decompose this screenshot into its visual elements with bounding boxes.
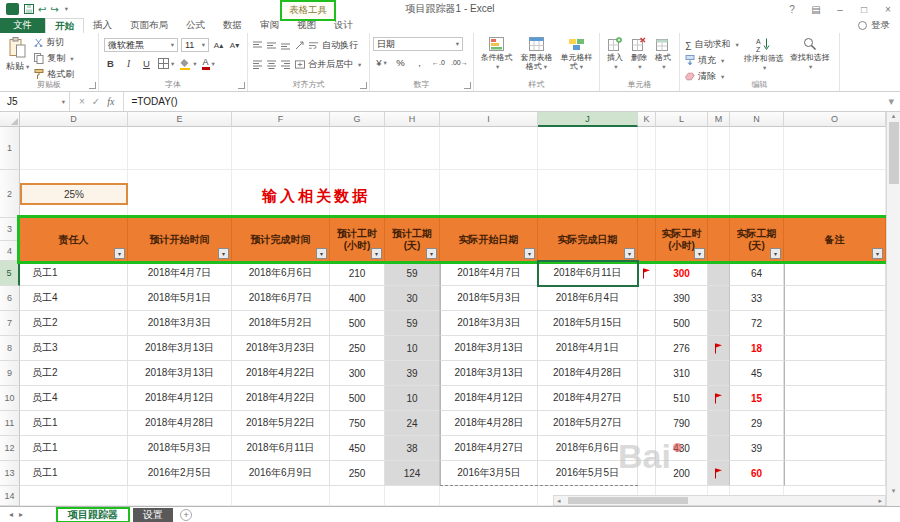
merge-center-button[interactable]: 合并后居中▾ — [295, 58, 361, 71]
table-header-cell[interactable]: 实际工期 (天)▾ — [730, 218, 784, 261]
row-header-9[interactable]: 9 — [0, 361, 20, 386]
cell-act_start[interactable]: 2018年4月7日 — [440, 261, 538, 286]
formula-input[interactable]: =TODAY() — [124, 92, 882, 111]
save-icon[interactable] — [24, 4, 34, 14]
empty-cell[interactable] — [656, 170, 708, 218]
cell-plan_end[interactable]: 2018年4月22日 — [232, 361, 330, 386]
font-family-select[interactable]: 微软雅黑▾ — [104, 38, 178, 52]
cell-plan_days[interactable]: 10 — [385, 336, 440, 361]
column-header-J[interactable]: J — [538, 112, 638, 127]
cell-note[interactable] — [784, 261, 886, 286]
cell-flag_m[interactable] — [708, 411, 730, 436]
empty-cell[interactable] — [385, 170, 440, 218]
empty-cell[interactable] — [708, 127, 730, 170]
filter-dropdown-button[interactable]: ▾ — [426, 248, 437, 259]
percent-button[interactable]: % — [394, 56, 407, 69]
cell-flag_m[interactable] — [708, 386, 730, 411]
cell-flag_m[interactable] — [708, 261, 730, 286]
bold-button[interactable]: B — [104, 57, 117, 70]
empty-cell[interactable] — [538, 170, 638, 218]
cell-act_end[interactable]: 2018年4月1日 — [538, 336, 638, 361]
filter-dropdown-button[interactable]: ▾ — [114, 248, 125, 259]
cell-act_end[interactable]: 2018年5月27日 — [538, 411, 638, 436]
empty-cell[interactable] — [128, 170, 232, 218]
cell-plan_days[interactable]: 39 — [385, 361, 440, 386]
cell-act_end[interactable]: 2018年6月11日 — [538, 261, 638, 286]
filter-dropdown-button[interactable]: ▾ — [694, 248, 705, 259]
column-header-G[interactable]: G — [330, 112, 385, 127]
copy-button[interactable]: 复制▾ — [32, 51, 76, 66]
cell-act_hours[interactable]: 500 — [656, 311, 708, 336]
scroll-right-icon[interactable]: ▸ — [875, 497, 885, 505]
cell-flag_k[interactable] — [638, 311, 656, 336]
cell-act_end[interactable]: 2018年4月28日 — [538, 361, 638, 386]
empty-cell[interactable] — [128, 486, 232, 506]
cell-plan_days[interactable]: 59 — [385, 311, 440, 336]
column-header-O[interactable]: O — [784, 112, 886, 127]
empty-cell[interactable] — [730, 170, 784, 218]
empty-cell[interactable] — [385, 127, 440, 170]
shrink-font-button[interactable]: A▾ — [228, 39, 241, 52]
row-header-8[interactable]: 8 — [0, 336, 20, 361]
cell-act_hours[interactable]: 276 — [656, 336, 708, 361]
sheet-tab-settings[interactable]: 设置 — [133, 508, 173, 522]
sheet-tab-project-tracker[interactable]: 项目跟踪器 — [58, 509, 128, 521]
cell-plan_end[interactable]: 2018年4月22日 — [232, 386, 330, 411]
row-header-6[interactable]: 6 — [0, 286, 20, 311]
fill-button[interactable]: 填充▾ — [683, 53, 741, 68]
sort-filter-button[interactable]: AZ 排序和筛选▾ — [741, 35, 787, 74]
format-cells-button[interactable]: 格式▾ — [651, 35, 675, 73]
cell-plan_start[interactable]: 2016年2月5日 — [128, 461, 232, 486]
borders-button[interactable]: ▾ — [158, 57, 174, 70]
cell-plan_days[interactable]: 38 — [385, 436, 440, 461]
cell-owner[interactable]: 员工4 — [20, 386, 128, 411]
fill-color-button[interactable]: ▾ — [179, 57, 196, 70]
cell-plan_hours[interactable]: 400 — [330, 286, 385, 311]
maximize-button[interactable]: □ — [852, 0, 876, 18]
cell-plan_hours[interactable]: 500 — [330, 386, 385, 411]
new-sheet-button[interactable]: + — [180, 509, 192, 521]
cell-act_end[interactable]: 2018年5月15日 — [538, 311, 638, 336]
row-header-5[interactable]: 5 — [0, 261, 20, 286]
cell-act_start[interactable]: 2018年5月3日 — [440, 286, 538, 311]
cell-plan_start[interactable]: 2018年3月3日 — [128, 311, 232, 336]
insert-function-icon[interactable]: fx — [107, 96, 114, 107]
cell-act_hours[interactable]: 300 — [656, 261, 708, 286]
align-top-icon[interactable] — [253, 41, 263, 50]
table-header-cell[interactable]: 实际开始日期▾ — [440, 218, 538, 261]
table-header-cell[interactable]: 实际工时 (小时)▾ — [656, 218, 708, 261]
cell-plan_hours[interactable]: 250 — [330, 336, 385, 361]
cell-flag_k[interactable] — [638, 336, 656, 361]
cell-act_days[interactable]: 60 — [730, 461, 784, 486]
row-header-11[interactable]: 11 — [0, 411, 20, 436]
filter-dropdown-button[interactable]: ▾ — [624, 248, 635, 259]
empty-cell[interactable] — [708, 170, 730, 218]
horizontal-scroll-thumb[interactable] — [568, 497, 688, 504]
filter-dropdown-button[interactable]: ▾ — [872, 248, 883, 259]
formula-bar-expand-icon[interactable]: ▾ — [882, 92, 900, 111]
insert-cells-button[interactable]: 插入▾ — [603, 35, 627, 73]
cell-owner[interactable]: 员工1 — [20, 411, 128, 436]
cell-plan_end[interactable]: 2018年6月11日 — [232, 436, 330, 461]
underline-button[interactable]: U — [140, 57, 153, 70]
empty-cell[interactable] — [440, 486, 538, 506]
help-button[interactable]: ? — [780, 0, 804, 18]
cut-button[interactable]: 剪切 — [32, 35, 76, 50]
cell-plan_start[interactable]: 2018年3月13日 — [128, 336, 232, 361]
cell-plan_hours[interactable]: 750 — [330, 411, 385, 436]
column-header-F[interactable]: F — [232, 112, 330, 127]
cell-plan_days[interactable]: 59 — [385, 261, 440, 286]
cell-act_hours[interactable]: 390 — [656, 286, 708, 311]
filter-dropdown-button[interactable]: ▾ — [371, 248, 382, 259]
format-as-table-button[interactable]: 套用表格格式▾ — [516, 35, 557, 73]
table-header-cell[interactable]: 实际完成日期▾ — [538, 218, 638, 261]
table-header-cell[interactable]: 预计工期 (天)▾ — [385, 218, 440, 261]
table-header-cell[interactable] — [638, 218, 656, 261]
cell-owner[interactable]: 员工2 — [20, 361, 128, 386]
cell-plan_hours[interactable]: 210 — [330, 261, 385, 286]
cell-note[interactable] — [784, 286, 886, 311]
cell-flag_m[interactable] — [708, 361, 730, 386]
wrap-text-button[interactable]: 自动换行 — [309, 39, 358, 52]
paste-button[interactable]: 粘贴▾ — [3, 35, 32, 75]
empty-cell[interactable] — [784, 170, 886, 218]
